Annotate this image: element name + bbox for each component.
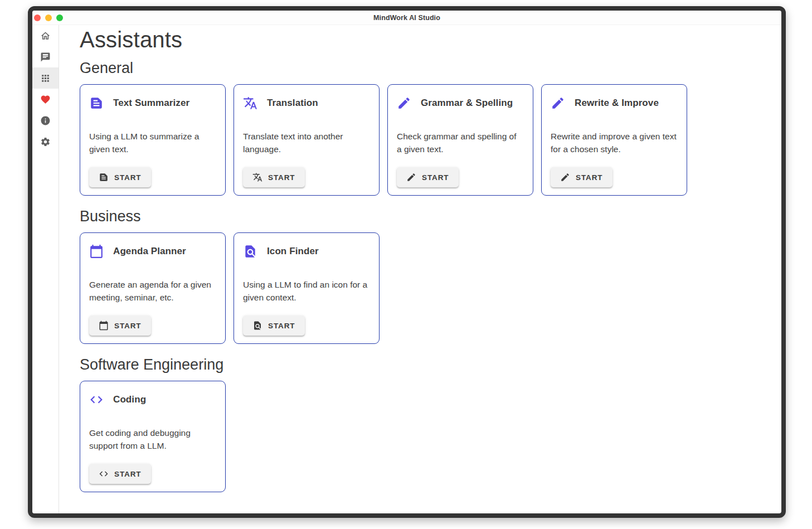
card-title: Coding (113, 394, 146, 405)
edit-icon (560, 172, 570, 182)
card-description: Get coding and debugging support from a … (89, 426, 216, 452)
translate-icon (243, 96, 257, 110)
window-controls (32, 14, 63, 21)
minimize-button[interactable] (45, 14, 52, 21)
sidebar-item-favorites[interactable] (32, 89, 59, 110)
card-translation: TranslationTranslate text into another l… (234, 84, 380, 196)
start-button-label: START (268, 322, 295, 330)
card-description: Generate an agenda for a given meeting, … (89, 278, 216, 304)
card-header: Rewrite & Improve (551, 96, 678, 110)
start-agenda-planner-button[interactable]: START (89, 316, 151, 336)
code-icon (89, 392, 104, 407)
start-button-label: START (114, 322, 142, 330)
close-button[interactable] (34, 14, 41, 21)
app-window: MindWork AI Studio Assistants GeneralTex… (28, 6, 786, 518)
start-button-label: START (114, 470, 142, 478)
section-general: GeneralText SummarizerUsing a LLM to sum… (80, 59, 770, 196)
section-business: BusinessAgenda PlannerGenerate an agenda… (80, 207, 770, 344)
card-description: Rewrite and improve a given text for a c… (551, 130, 678, 156)
find-in-page-icon (243, 244, 257, 259)
card-agenda-planner: Agenda PlannerGenerate an agenda for a g… (80, 232, 226, 344)
card-header: Text Summarizer (89, 96, 216, 110)
start-text-summarizer-button[interactable]: START (89, 167, 151, 187)
card-grammar-spelling: Grammar & SpellingCheck grammar and spel… (387, 84, 533, 196)
card-rewrite-improve: Rewrite & ImproveRewrite and improve a g… (541, 84, 687, 196)
edit-icon (397, 96, 411, 110)
page-title: Assistants (80, 26, 770, 53)
card-header: Translation (243, 96, 370, 110)
card-title: Text Summarizer (113, 98, 189, 109)
find-in-page-icon (252, 321, 262, 331)
edit-icon (406, 172, 416, 182)
start-button-label: START (268, 173, 295, 182)
section-title: Software Engineering (80, 355, 770, 374)
text-snippet-icon (99, 172, 109, 182)
sidebar-item-chats[interactable] (32, 46, 59, 67)
card-description: Translate text into another language. (243, 130, 370, 156)
translate-icon (252, 172, 262, 182)
start-grammar-spelling-button[interactable]: START (397, 167, 459, 187)
start-icon-finder-button[interactable]: START (243, 316, 305, 336)
card-title: Icon Finder (267, 246, 319, 257)
sidebar-item-assistants[interactable] (32, 67, 59, 89)
sidebar-item-home[interactable] (32, 25, 59, 46)
start-translation-button[interactable]: START (243, 167, 305, 187)
start-button-label: START (576, 173, 603, 182)
chat-icon (40, 52, 51, 62)
window-title: MindWork AI Studio (32, 14, 781, 22)
card-description: Using a LLM to find an icon for a given … (243, 278, 370, 304)
sidebar (32, 25, 59, 513)
home-icon (40, 31, 51, 41)
info-icon (40, 115, 51, 126)
card-title: Rewrite & Improve (575, 98, 659, 109)
section-title: General (80, 59, 770, 77)
card-title: Grammar & Spelling (421, 98, 513, 109)
card-description: Check grammar and spelling of a given te… (397, 130, 524, 156)
gear-icon (40, 137, 51, 147)
section-title: Business (80, 207, 770, 226)
text-snippet-icon (89, 96, 104, 110)
sidebar-item-settings[interactable] (32, 131, 59, 152)
titlebar: MindWork AI Studio (32, 11, 781, 25)
card-header: Grammar & Spelling (397, 96, 524, 110)
sidebar-item-about[interactable] (32, 110, 59, 131)
code-icon (99, 469, 109, 479)
card-header: Coding (89, 392, 216, 407)
calendar-icon (89, 244, 104, 259)
card-title: Translation (267, 98, 318, 109)
edit-icon (551, 96, 565, 110)
apps-icon (40, 73, 51, 84)
card-header: Agenda Planner (89, 244, 216, 259)
card-header: Icon Finder (243, 244, 370, 259)
section-software-engineering: Software EngineeringCodingGet coding and… (80, 355, 770, 492)
start-button-label: START (422, 173, 449, 182)
card-title: Agenda Planner (113, 246, 186, 257)
start-button-label: START (114, 173, 142, 182)
zoom-button[interactable] (56, 14, 63, 21)
card-coding: CodingGet coding and debugging support f… (80, 381, 226, 492)
card-description: Using a LLM to summarize a given text. (89, 130, 216, 156)
calendar-icon (99, 321, 109, 331)
card-text-summarizer: Text SummarizerUsing a LLM to summarize … (80, 84, 226, 196)
heart-icon (40, 94, 51, 105)
main-content: Assistants GeneralText SummarizerUsing a… (59, 25, 781, 513)
start-coding-button[interactable]: START (89, 464, 151, 484)
start-rewrite-improve-button[interactable]: START (551, 167, 612, 187)
card-icon-finder: Icon FinderUsing a LLM to find an icon f… (234, 232, 380, 344)
